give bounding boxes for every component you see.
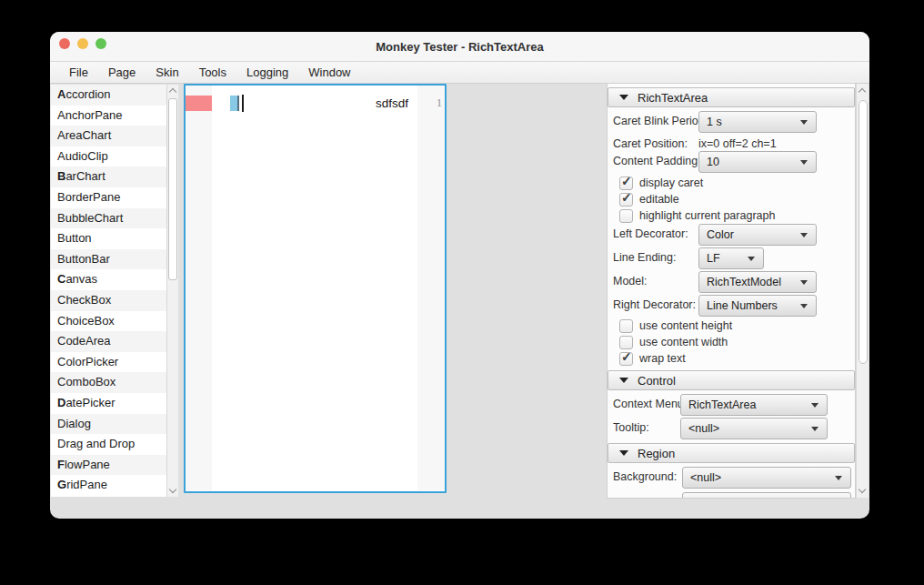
control-list-scrollbar[interactable] [166,85,178,497]
list-item-label: heckBox [65,293,111,307]
use-content-height-label: use content height [639,319,732,332]
list-item-lead: B [57,190,65,204]
list-item[interactable]: AnchorPane [51,106,166,126]
list-item[interactable]: CheckBox [51,290,166,311]
list-item-lead: B [57,211,65,225]
menu-item[interactable]: Page [98,62,146,84]
scroll-up-icon[interactable] [169,88,176,96]
wrap-text-checkbox[interactable]: ✓ [619,352,633,366]
line-ending-label: Line Ending: [613,251,677,264]
section-header-region[interactable]: Region [608,443,855,463]
list-item-lead: D [57,396,65,409]
list-item[interactable]: AreaChart [51,126,166,146]
display-caret-checkbox[interactable]: ✓ [619,177,633,190]
checkmark-icon: ✓ [621,190,632,205]
scrollbar-thumb[interactable] [859,100,868,364]
list-item[interactable]: CodeArea [51,331,166,352]
list-item[interactable]: BubbleChart [51,208,166,229]
list-item-label: ubbleChart [65,211,124,225]
list-item-label: lowPane [65,458,110,471]
list-item[interactable]: Dialog [51,414,166,435]
caret-blink-combo[interactable]: 1 s [698,111,817,133]
combo-value: Line Numbers [707,299,778,312]
tooltip-label: Tooltip: [613,421,649,434]
model-combo[interactable]: RichTextModel [698,271,817,293]
checkmark-icon: ✓ [621,174,632,188]
combo-value: RichTextModel [707,276,781,288]
list-item-label: ialog [65,417,90,430]
list-item[interactable]: ComboBox [51,372,166,393]
list-item[interactable]: ButtonBar [51,249,166,270]
combo-value: Color [707,228,734,241]
list-item-label: olorPicker [65,355,118,368]
use-content-height-checkbox[interactable]: ✓ [619,319,633,333]
list-item[interactable]: DatePicker [51,393,166,414]
list-item-lead: G [57,478,66,491]
left-decorator-combo[interactable]: Color [698,224,817,246]
content-padding-combo[interactable]: 10 [698,151,817,173]
list-item-label: udioClip [65,149,108,163]
list-item[interactable]: GridPane [51,475,166,496]
list-item-lead: C [57,375,65,388]
scroll-up-icon[interactable] [859,88,866,96]
background-combo[interactable]: <null> [682,467,851,489]
list-item[interactable]: Accordion [51,85,166,106]
scroll-down-icon[interactable] [859,486,866,493]
list-item[interactable]: BarChart [51,166,166,187]
menu-item[interactable]: Skin [146,62,188,84]
section-title: RichTextArea [638,91,708,105]
collapse-triangle-icon [619,378,628,383]
scrollbar-thumb[interactable] [168,98,177,280]
right-decorator-combo[interactable]: Line Numbers [698,295,817,317]
combo-value: 1 s [707,116,722,128]
title-bar[interactable]: Monkey Tester - RichTextArea [50,32,869,62]
list-item[interactable]: ChoiceBox [51,311,166,332]
chevron-down-icon [800,233,808,237]
section-header-richtextarea[interactable]: RichTextArea [608,87,855,107]
list-item-label: hoiceBox [65,314,114,328]
tooltip-combo[interactable]: <null> [680,418,828,439]
chevron-down-icon [811,427,819,431]
left-decorator-color-block [186,96,212,111]
chevron-down-icon [800,120,808,125]
list-item[interactable]: BorderPane [51,187,166,208]
background-label: Background: [613,470,677,483]
highlight-paragraph-checkbox[interactable]: ✓ [619,209,633,223]
editable-checkbox[interactable]: ✓ [619,193,633,207]
section-title: Region [638,447,675,460]
section-header-control[interactable]: Control [608,370,855,390]
right-decorator-label: Right Decorator: [613,298,696,311]
list-item-label: uttonBar [65,252,110,266]
list-item-lead: C [57,272,65,286]
rich-text-area[interactable]: sdfsdf 1 [184,84,447,493]
list-item[interactable]: FlowPane [51,455,166,476]
list-item[interactable]: AudioClip [51,146,166,167]
chevron-down-icon [835,476,842,480]
list-item[interactable]: Drag and Drop [51,434,166,455]
line-ending-combo[interactable]: LF [698,247,764,269]
use-content-width-label: use content width [639,336,728,348]
clipped-combo[interactable] [682,492,851,498]
list-item[interactable]: Button [51,228,166,249]
list-item[interactable]: Canvas [51,269,166,290]
highlight-paragraph-label: highlight current paragraph [639,209,775,222]
list-item-label: odeArea [65,334,110,348]
list-item-label: arChart [65,169,105,183]
main-content: Accordion AnchorPane AreaChart AudioClip… [50,84,869,498]
caret-position-value: ix=0 off=2 ch=1 [698,137,777,150]
editor-text[interactable]: sdfsdf [376,96,408,110]
menu-item[interactable]: Logging [236,62,298,84]
combo-value: 10 [707,156,719,168]
list-item-label: atePicker [65,396,115,409]
list-item[interactable]: ColorPicker [51,352,166,373]
menu-item[interactable]: Tools [189,62,236,84]
inspector-scrollbar[interactable] [856,84,869,498]
menu-item[interactable]: Window [298,62,360,84]
use-content-width-checkbox[interactable]: ✓ [619,336,633,349]
chevron-down-icon [800,304,808,308]
menu-item[interactable]: File [59,62,98,84]
context-menu-combo[interactable]: RichTextArea [680,394,828,416]
scroll-down-icon[interactable] [169,486,176,493]
list-item-lead: A [57,128,65,142]
combo-value: RichTextArea [688,398,756,411]
